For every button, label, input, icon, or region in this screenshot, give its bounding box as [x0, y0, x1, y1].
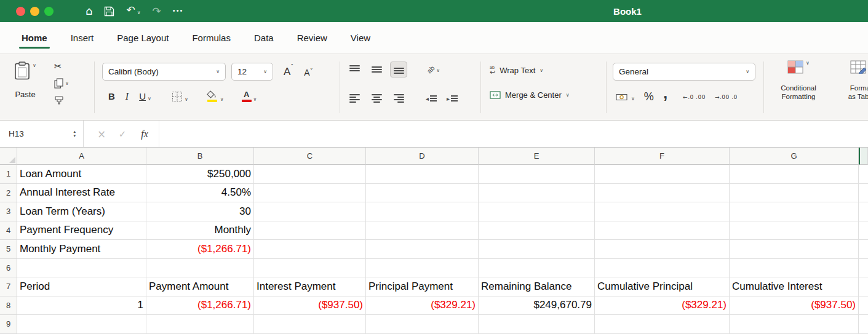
increase-indent-icon[interactable]: ▸: [447, 95, 458, 102]
cell-E8[interactable]: $249,670.79: [479, 296, 595, 316]
cell-B4[interactable]: Monthly: [146, 221, 254, 241]
name-box[interactable]: H13 ▴▾: [0, 121, 84, 147]
format-painter-icon[interactable]: [54, 95, 64, 105]
copy-button[interactable]: ∨: [54, 78, 69, 89]
cell-C2[interactable]: [254, 184, 366, 203]
align-center-button[interactable]: [368, 90, 385, 106]
cell-F7[interactable]: Cumulative Principal: [595, 277, 730, 296]
cell-A9[interactable]: [17, 315, 146, 334]
percent-style-icon[interactable]: %: [644, 90, 654, 103]
tab-formulas[interactable]: Formulas: [180, 22, 242, 54]
cell-H9-partial[interactable]: [859, 315, 868, 334]
cell-E9[interactable]: [479, 315, 595, 334]
cell-C7[interactable]: Interest Payment: [254, 277, 366, 296]
merge-center-button[interactable]: Merge & Center ∨: [490, 90, 570, 100]
orientation-button[interactable]: ab ∨: [427, 66, 440, 73]
italic-button[interactable]: I: [125, 91, 129, 102]
font-color-button[interactable]: A ∨: [242, 90, 257, 102]
cell-D6[interactable]: [366, 259, 479, 278]
cell-H7-partial[interactable]: [859, 277, 868, 296]
fill-color-button[interactable]: ∨: [206, 90, 224, 102]
cell-A4[interactable]: Payment Frequency: [17, 221, 146, 241]
cell-D9[interactable]: [366, 315, 479, 334]
cell-G8[interactable]: ($937.50): [730, 296, 859, 316]
copy-dropdown-icon[interactable]: ∨: [65, 79, 69, 89]
tab-page-layout[interactable]: Page Layout: [105, 22, 180, 54]
cell-G5[interactable]: [730, 240, 859, 259]
paste-dropdown-icon[interactable]: ∨: [33, 63, 36, 68]
cell-B1[interactable]: $250,000: [146, 165, 254, 184]
cell-A2[interactable]: Annual Interest Rate: [17, 184, 146, 203]
cell-E5[interactable]: [479, 240, 595, 259]
align-right-button[interactable]: [390, 90, 407, 106]
cell-C4[interactable]: [254, 221, 366, 241]
home-icon[interactable]: ⌂: [86, 6, 92, 17]
column-header-C[interactable]: C: [254, 148, 366, 165]
cell-F4[interactable]: [595, 221, 730, 241]
tab-review[interactable]: Review: [285, 22, 339, 54]
cell-D4[interactable]: [366, 221, 479, 241]
number-format-select[interactable]: General ∨: [613, 63, 755, 81]
cell-C9[interactable]: [254, 315, 366, 334]
format-as-table-button[interactable]: ∨ Format as Table: [830, 60, 868, 101]
more-commands-icon[interactable]: •••: [173, 5, 184, 16]
row-header-8[interactable]: 8: [0, 296, 17, 316]
cell-H1-partial[interactable]: [859, 165, 868, 184]
cell-D2[interactable]: [366, 184, 479, 203]
cell-F5[interactable]: [595, 240, 730, 259]
cell-G1[interactable]: [730, 165, 859, 184]
formula-input[interactable]: [159, 121, 868, 147]
tab-home[interactable]: Home: [10, 22, 59, 54]
underline-dropdown-icon[interactable]: ∨: [148, 96, 151, 101]
cell-D3[interactable]: [366, 202, 479, 221]
confirm-icon[interactable]: ✓: [116, 129, 129, 140]
cell-E3[interactable]: [479, 202, 595, 221]
cell-A7[interactable]: Period: [17, 277, 146, 296]
column-header-A[interactable]: A: [17, 148, 146, 165]
font-name-select[interactable]: Calibri (Body) ∨: [102, 63, 226, 81]
align-left-button[interactable]: [346, 90, 363, 106]
cell-H3-partial[interactable]: [859, 202, 868, 221]
align-top-button[interactable]: [346, 62, 363, 78]
cell-H4-partial[interactable]: [859, 221, 868, 241]
cell-A6[interactable]: [17, 259, 146, 278]
close-window-button[interactable]: [16, 7, 25, 16]
cell-H2-partial[interactable]: [859, 184, 868, 203]
cell-F1[interactable]: [595, 165, 730, 184]
tab-data[interactable]: Data: [242, 22, 285, 54]
zoom-window-button[interactable]: [44, 7, 54, 16]
cell-D8[interactable]: ($329.21): [366, 296, 479, 316]
paste-button[interactable]: ∨ Paste: [5, 59, 46, 116]
cell-C5[interactable]: [254, 240, 366, 259]
tab-view[interactable]: View: [339, 22, 382, 54]
select-all-corner[interactable]: [0, 148, 17, 165]
cell-H5-partial[interactable]: [859, 240, 868, 259]
underline-button[interactable]: U ∨: [139, 91, 151, 101]
cell-C3[interactable]: [254, 202, 366, 221]
bold-button[interactable]: B: [108, 91, 115, 101]
name-box-stepper[interactable]: ▴▾: [73, 130, 76, 138]
save-icon[interactable]: [104, 6, 114, 17]
tab-insert[interactable]: Insert: [59, 22, 106, 54]
insert-function-icon[interactable]: fx: [137, 129, 153, 140]
undo-dropdown-icon[interactable]: ∨: [137, 7, 141, 18]
conditional-formatting-button[interactable]: ∨ Conditional Formatting: [768, 60, 829, 101]
cell-H6-partial[interactable]: [859, 259, 868, 278]
align-middle-button[interactable]: [368, 62, 385, 78]
cell-B9[interactable]: [146, 315, 254, 334]
cell-B7[interactable]: Payment Amount: [146, 277, 254, 296]
cell-G6[interactable]: [730, 259, 859, 278]
wrap-text-button[interactable]: ab ↩ Wrap Text ∨: [490, 65, 543, 75]
cell-B3[interactable]: 30: [146, 202, 254, 221]
row-header-7[interactable]: 7: [0, 277, 17, 296]
cell-G4[interactable]: [730, 221, 859, 241]
decrease-indent-icon[interactable]: ◂: [426, 95, 437, 102]
align-bottom-button[interactable]: [390, 62, 407, 78]
cell-F3[interactable]: [595, 202, 730, 221]
row-header-3[interactable]: 3: [0, 202, 17, 221]
font-size-select[interactable]: 12 ∨: [231, 63, 273, 81]
minimize-window-button[interactable]: [30, 7, 39, 16]
cut-icon[interactable]: ✂: [54, 62, 62, 71]
cell-H8-partial[interactable]: [859, 296, 868, 316]
cell-E1[interactable]: [479, 165, 595, 184]
